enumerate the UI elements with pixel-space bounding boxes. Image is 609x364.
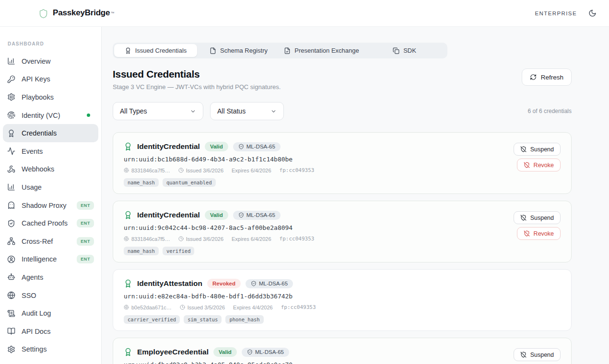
fingerprint-icon <box>124 168 129 173</box>
status-filter-select[interactable]: All Status <box>210 102 284 120</box>
issued-date-text: Issued 3/6/2026 <box>186 236 223 242</box>
status-badge: Valid <box>213 347 237 357</box>
claim-tags: name_hashverified <box>124 247 514 255</box>
award-icon <box>125 47 131 54</box>
sidebar-item-label: SSO <box>22 292 36 299</box>
sidebar-item-sso[interactable]: SSO <box>3 286 98 305</box>
claim-tags: carrier_verifiedsim_statusphone_hash <box>124 315 561 324</box>
award-icon <box>124 211 132 219</box>
ent-badge: ENT <box>77 237 94 246</box>
credential-meta: 8331846ca7f5…Issued 3/6/2026Expires 6/4/… <box>124 236 514 242</box>
type-filter-select[interactable]: All Types <box>113 102 203 120</box>
activity-icon <box>7 147 15 155</box>
sidebar-item-label: API Docs <box>22 328 50 335</box>
shield-logo-icon <box>38 8 48 19</box>
shield-check-icon <box>7 219 15 228</box>
algorithm-label: ML-DSA-65 <box>259 281 288 286</box>
sidebar-item-api-keys[interactable]: API Keys <box>3 70 98 89</box>
sidebar-item-intelligence[interactable]: IntelligenceENT <box>3 250 98 269</box>
intelligence-icon <box>7 255 15 263</box>
tab-label: Presentation Exchange <box>294 47 359 54</box>
credentials-list: IdentityCredentialValidML-DSA-65urn:uuid… <box>113 132 572 364</box>
issuer-hash-text: b0e52daa671c… <box>131 305 172 310</box>
tab-presentation-exchange[interactable]: Presentation Exchange <box>280 44 363 57</box>
issued-date-text: Issued 3/5/2026 <box>187 305 225 310</box>
expires-date: Expires 6/4/2026 <box>232 236 271 242</box>
brand: PasskeyBridge™ <box>38 8 114 19</box>
sidebar-item-webhooks[interactable]: Webhooks <box>3 160 98 179</box>
type-filter-value: All Types <box>120 107 147 115</box>
ent-badge: ENT <box>77 201 94 210</box>
issued-date: Issued 3/5/2026 <box>180 305 225 310</box>
fingerprint-icon <box>124 236 129 241</box>
claim-tag: quantum_enabled <box>163 178 216 187</box>
algorithm-label: ML-DSA-65 <box>246 212 275 218</box>
shield-off-icon <box>520 146 527 152</box>
action-label: Revoke <box>534 162 554 169</box>
sidebar-item-cached-proofs[interactable]: Cached ProofsENT <box>3 214 98 232</box>
sidebar-item-usage[interactable]: Usage <box>3 178 98 196</box>
tab-bar: Issued CredentialsSchema RegistryPresent… <box>113 43 447 58</box>
sidebar-item-playbooks[interactable]: Playbooks <box>3 88 98 106</box>
fingerprint-value: fp:cc049353 <box>280 167 315 173</box>
algorithm-label: ML-DSA-65 <box>255 349 284 355</box>
sidebar-item-events[interactable]: Events <box>3 142 98 160</box>
sidebar-item-api-docs[interactable]: API Docs <box>3 322 98 341</box>
sidebar-nav: OverviewAPI KeysPlaybooksIdentity (VC)Cr… <box>3 52 98 358</box>
shield-check-icon <box>251 281 257 286</box>
sidebar-item-settings[interactable]: Settings <box>3 341 98 359</box>
card-title-row: IdentityCredentialValidML-DSA-65 <box>124 210 514 220</box>
sidebar-item-label: Shadow Proxy <box>22 202 67 209</box>
sidebar-item-audit-log[interactable]: Audit Log <box>3 304 98 322</box>
suspend-button[interactable]: Suspend <box>514 143 561 156</box>
theme-toggle-button[interactable] <box>588 9 597 17</box>
revoke-button[interactable]: Revoke <box>517 227 561 240</box>
webhook-icon <box>7 165 15 173</box>
shield-check-icon <box>238 144 244 149</box>
credentials-count: 6 of 6 credentials <box>528 108 572 114</box>
sidebar: DASHBOARD OverviewAPI KeysPlaybooksIdent… <box>0 27 102 364</box>
suspend-button[interactable]: Suspend <box>514 211 561 224</box>
revoke-button[interactable]: Revoke <box>517 159 561 171</box>
sidebar-item-label: API Keys <box>22 75 50 83</box>
algorithm-label: ML-DSA-65 <box>246 144 275 149</box>
file-check-icon <box>284 47 291 54</box>
card-title-row: IdentityCredentialValidML-DSA-65 <box>124 142 514 151</box>
suspend-button[interactable]: Suspend <box>514 348 561 361</box>
claim-tag: sim_status <box>184 315 222 324</box>
issuer-hash-text: 8331846ca7f5… <box>131 236 170 242</box>
card-details: IdentityCredentialValidML-DSA-65urn:uuid… <box>124 210 514 253</box>
header-right: ENTERPRISE <box>535 9 597 17</box>
card-actions: SuspendRevoke <box>514 210 561 253</box>
sidebar-item-label: Events <box>22 148 43 155</box>
tab-label: SDK <box>403 47 416 54</box>
issued-date: Issued 3/6/2026 <box>178 168 223 173</box>
tab-sdk[interactable]: SDK <box>363 44 446 57</box>
ghost-icon <box>7 201 15 209</box>
sidebar-item-cross-ref[interactable]: Cross-RefENT <box>3 232 98 250</box>
sidebar-item-credentials[interactable]: Credentials <box>3 124 98 142</box>
moon-icon <box>588 9 597 17</box>
tab-issued-credentials[interactable]: Issued Credentials <box>114 44 197 57</box>
sidebar-item-overview[interactable]: Overview <box>3 52 98 70</box>
refresh-button[interactable]: Refresh <box>522 68 572 86</box>
expires-date: Expires 6/4/2026 <box>232 168 271 173</box>
scroll-icon <box>7 309 15 318</box>
shield-off-icon <box>524 230 530 237</box>
sidebar-item-label: Audit Log <box>22 309 51 317</box>
sidebar-item-agents[interactable]: Agents <box>3 268 98 286</box>
card-actions: SuspendRevoke <box>514 142 561 184</box>
sidebar-item-shadow-proxy[interactable]: Shadow ProxyENT <box>3 196 98 215</box>
page-title: Issued Credentials <box>113 68 281 80</box>
expires-date: Expires 4/4/2026 <box>233 305 273 310</box>
brand-name: PasskeyBridge™ <box>53 8 114 18</box>
tab-schema-registry[interactable]: Schema Registry <box>197 44 280 57</box>
sidebar-item-label: Cached Proofs <box>22 219 68 227</box>
clock-icon <box>180 305 185 310</box>
card-actions: SuspendRevoke <box>514 347 561 364</box>
sidebar-item-label: Playbooks <box>22 93 54 101</box>
sidebar-item-label: Cross-Ref <box>22 238 53 245</box>
sidebar-item-identity-vc[interactable]: Identity (VC) <box>3 106 98 125</box>
claim-tag: phone_hash <box>225 315 263 324</box>
award-icon <box>124 142 132 151</box>
